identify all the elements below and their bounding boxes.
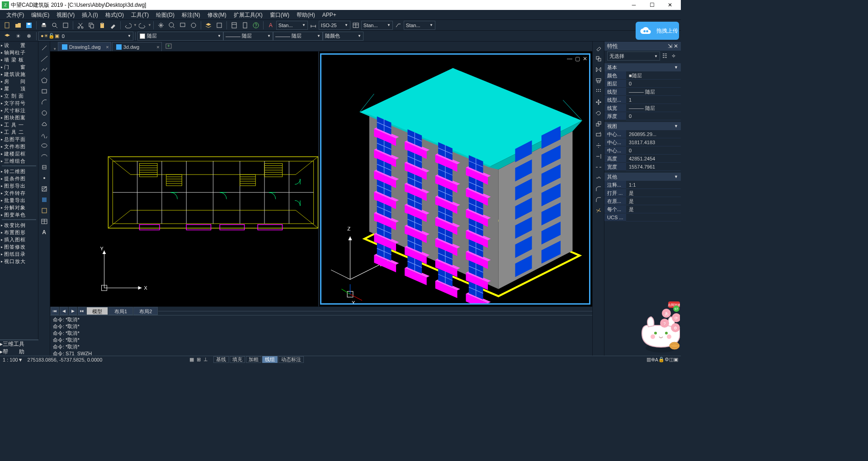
lp-item[interactable]: ▸图纸目录 (0, 250, 38, 258)
save-icon[interactable] (24, 20, 34, 30)
maximize-button[interactable]: ☐ (643, 0, 661, 10)
menu-view[interactable]: 视图(V) (53, 10, 78, 20)
close-icon[interactable]: × (156, 44, 159, 50)
calc-icon[interactable] (240, 20, 250, 30)
trim-icon[interactable] (594, 141, 604, 151)
lp-item[interactable]: ▸图变单色 (0, 211, 38, 218)
lp-item[interactable]: ▸图签修改 (0, 243, 38, 250)
chamfer-icon[interactable] (594, 184, 604, 194)
lp-item[interactable]: ▸改变比例 (0, 221, 38, 229)
snap-icon[interactable]: ⊞ (197, 357, 201, 362)
command-window[interactable]: 命令: *取消*命令: *取消* 命令: *取消*命令: *取消* 命令: *取… (50, 315, 592, 356)
scale-icon[interactable] (594, 119, 604, 129)
block-icon[interactable] (39, 162, 49, 172)
copyobj-icon[interactable] (594, 54, 604, 64)
sb-clean-icon[interactable]: ▣ (674, 357, 678, 362)
menu-file[interactable]: 文件(F) (3, 10, 28, 20)
sb-baseline[interactable]: 基线 (213, 356, 229, 363)
lp-item[interactable]: ▸设 置 (0, 42, 38, 49)
vp-max-icon[interactable]: ▢ (575, 56, 580, 62)
viewport-3d[interactable]: ― ▢ ✕ Z (320, 53, 591, 305)
vp-close-icon[interactable]: ✕ (583, 56, 587, 62)
lp-item[interactable]: ▸轴网柱子 (0, 49, 38, 56)
xline-icon[interactable] (39, 54, 49, 64)
mleaderstyle-combo[interactable]: Stan...▼ (404, 21, 435, 30)
mirror-icon[interactable] (594, 65, 604, 75)
sb-annoscale-icon[interactable]: A (655, 357, 658, 362)
lp-item[interactable]: ▸分解对象 (0, 204, 38, 211)
lp-item[interactable]: ▸墙 梁 板 (0, 56, 38, 63)
rotate-icon[interactable] (594, 108, 604, 118)
layerprops-icon[interactable] (2, 31, 12, 41)
lp-item[interactable]: ▸工 具 一 (0, 121, 38, 128)
prop-row[interactable]: 注释...1:1 (604, 181, 681, 189)
layers-icon[interactable] (203, 20, 213, 30)
zoom-rt-icon[interactable] (167, 20, 177, 30)
grid-icon[interactable]: ▦ (189, 357, 194, 362)
lp-item[interactable]: ▸尺寸标注 (0, 107, 38, 114)
open-icon[interactable] (13, 20, 23, 30)
paste-icon[interactable] (97, 20, 107, 30)
break-icon[interactable] (594, 162, 604, 172)
prop-row[interactable]: 颜色■随层 (604, 71, 681, 80)
arc-icon[interactable] (39, 97, 49, 107)
rect-icon[interactable] (39, 86, 49, 96)
lp-item[interactable]: ▸建楼层框 (0, 150, 38, 157)
props-icon[interactable] (229, 20, 239, 30)
publish-icon[interactable] (61, 20, 71, 30)
lp-item[interactable]: ▸提条件图 (0, 175, 38, 182)
ortho-icon[interactable]: ⊥ (203, 357, 208, 362)
copy-icon[interactable] (86, 20, 96, 30)
menu-app[interactable]: APP+ (319, 10, 340, 20)
dimstyle-combo[interactable]: ISO-25▼ (319, 21, 350, 30)
menu-tools[interactable]: 工具(T) (127, 10, 152, 20)
menu-edit[interactable]: 编辑(E) (28, 10, 53, 20)
pline-icon[interactable] (39, 65, 49, 75)
lp-item[interactable]: ▸布置图形 (0, 229, 38, 236)
menu-dim[interactable]: 标注(N) (178, 10, 204, 20)
lp-item[interactable]: ▸插入图框 (0, 236, 38, 243)
minimize-button[interactable]: ─ (625, 0, 643, 10)
lp-item[interactable]: ▸文字符号 (0, 99, 38, 107)
prop-row[interactable]: 中心...260895.29... (604, 130, 681, 138)
plotcolor-combo[interactable]: 随颜色▼ (323, 32, 363, 41)
menu-window[interactable]: 窗口(W) (266, 10, 293, 20)
matchprop-icon[interactable] (108, 20, 118, 30)
lp-help[interactable]: ▸帮 助 (0, 348, 38, 356)
menu-format[interactable]: 格式(O) (102, 10, 127, 20)
spline-icon[interactable] (39, 130, 49, 140)
dimstyle-icon[interactable] (308, 20, 318, 30)
prop-section[interactable]: 其他▼ (604, 173, 681, 181)
tab-3d[interactable]: 3d.dwg× (112, 42, 162, 51)
prop-row[interactable]: 中心...31817.4183 (604, 138, 681, 146)
sb-lock-icon[interactable]: 🔒 (658, 357, 665, 362)
ellipsearc-icon[interactable] (39, 151, 49, 161)
array-icon[interactable] (594, 86, 604, 96)
layout-next-icon[interactable]: ▶ (69, 307, 77, 315)
ellipse-icon[interactable] (39, 141, 49, 151)
sb-bold[interactable]: 加粗 (246, 356, 261, 363)
ltype-combo[interactable]: ——— 随层▼ (223, 32, 273, 41)
status-scale[interactable]: 1 : 100▼ (3, 357, 23, 362)
props-close-icon[interactable]: ✕ (674, 43, 678, 49)
mascot-widget[interactable]: あ ⟳ ? ⚙ 点我加速 97 (626, 301, 680, 355)
menu-insert[interactable]: 插入(I) (78, 10, 101, 20)
region-icon[interactable] (39, 206, 49, 216)
offset-icon[interactable] (594, 75, 604, 85)
preview-icon[interactable] (50, 20, 60, 30)
help-icon[interactable]: ? (251, 20, 261, 30)
move-icon[interactable] (594, 97, 604, 107)
sb-fill[interactable]: 填充 (230, 356, 245, 363)
sb-hw-icon[interactable]: ⚙ (665, 357, 669, 362)
sb-dyn[interactable]: 动态标注 (278, 356, 304, 363)
viewport-plan[interactable]: X Y (50, 52, 319, 306)
lp-item[interactable]: ▸屋 顶 (0, 85, 38, 92)
tablestyle-combo[interactable]: Stan...▼ (361, 21, 393, 30)
new-icon[interactable] (2, 20, 12, 30)
prop-section[interactable]: 视图▼ (604, 122, 681, 130)
sb-model-icon[interactable]: ▥ (646, 357, 651, 362)
zoom-win-icon[interactable] (178, 20, 188, 30)
layout-last-icon[interactable]: ⏭ (78, 307, 86, 315)
lp-item[interactable]: ▸图块图案 (0, 114, 38, 121)
layout-2[interactable]: 布局2 (133, 307, 158, 315)
